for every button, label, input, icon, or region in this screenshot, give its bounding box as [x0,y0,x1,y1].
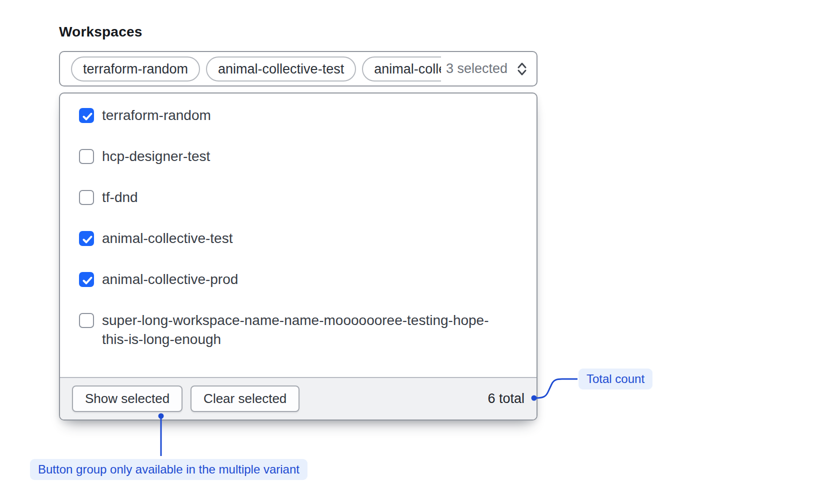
option-label: tf-dnd [102,188,138,207]
check-icon [80,232,95,247]
option-row[interactable]: animal-collective-prod [60,259,536,300]
selected-tag: terraform-random [71,56,200,82]
show-selected-button[interactable]: Show selected [72,386,182,412]
workspaces-label: Workspaces [59,24,142,40]
checkbox[interactable] [79,190,94,205]
option-label: animal-collective-test [102,229,232,248]
listbox-panel: terraform-random hcp-designer-test tf-dn… [59,92,538,420]
options-list: terraform-random hcp-designer-test tf-dn… [60,94,536,377]
annotation-button-group: Button group only available in the multi… [30,459,308,480]
checkbox[interactable] [79,313,94,328]
superselect-demo: Workspaces terraform-random animal-colle… [0,0,836,504]
annotation-total-count: Total count [578,368,652,390]
selected-count-label: 3 selected [446,61,508,76]
option-row[interactable]: super-long-workspace-name-name-moooooore… [60,300,536,360]
clear-selected-button[interactable]: Clear selected [190,386,300,412]
check-icon [80,109,95,124]
option-row[interactable]: terraform-random [60,95,536,136]
checkbox[interactable] [79,231,94,246]
option-row[interactable]: tf-dnd [60,177,536,218]
option-row[interactable]: animal-collective-test [60,218,536,259]
listbox-footer: Show selected Clear selected 6 total [60,377,536,420]
option-label: hcp-designer-test [102,147,210,166]
caret-up-down-icon [516,61,528,77]
checkbox[interactable] [79,149,94,164]
check-icon [80,273,95,288]
total-count-label: 6 total [488,391,524,406]
selected-tags-container: terraform-random animal-collective-test … [71,52,441,86]
selected-tag: animal-collective-test [206,56,356,82]
checkbox[interactable] [79,272,94,287]
checkbox[interactable] [79,108,94,123]
selected-tag: animal-collective-prod [362,56,441,82]
option-label: animal-collective-prod [102,270,238,289]
option-row[interactable]: hcp-designer-test [60,136,536,177]
option-label: super-long-workspace-name-name-moooooore… [102,311,497,349]
option-label: terraform-random [102,106,211,125]
superselect-trigger[interactable]: terraform-random animal-collective-test … [59,51,538,86]
